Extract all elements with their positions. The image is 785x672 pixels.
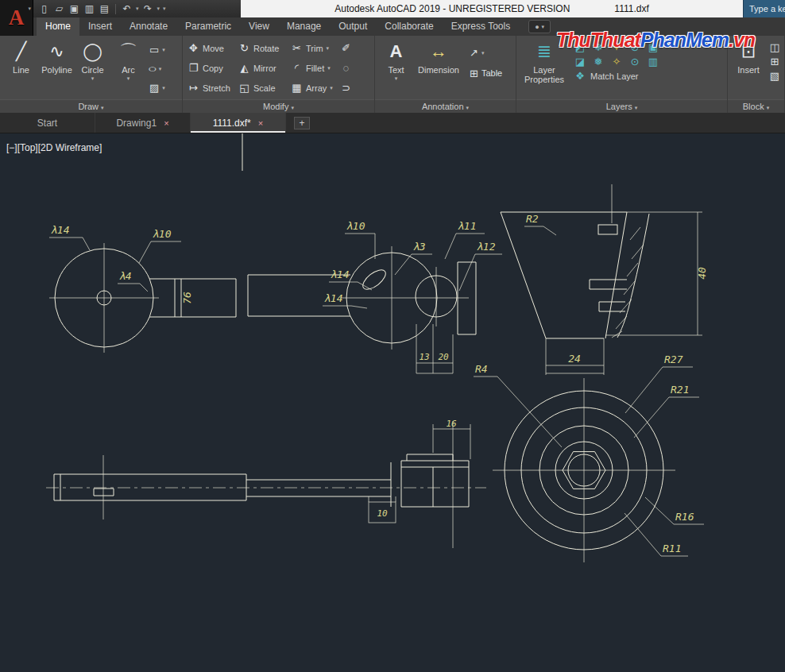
app-menu-button[interactable]: A ▾: [0, 0, 33, 36]
featured-apps-button[interactable]: ● ▾: [528, 20, 551, 33]
layer-unlock-icon[interactable]: ❅: [592, 56, 605, 68]
dim-label: λ10: [346, 220, 365, 232]
mirror-button[interactable]: ◭ Mirror: [235, 59, 288, 77]
file-tab-drawing1[interactable]: Drawing1 ×: [95, 113, 191, 133]
new-tab-button[interactable]: +: [294, 117, 310, 129]
edit-block-icon[interactable]: ⊞: [768, 56, 781, 68]
block-panel-label[interactable]: Block ▾: [728, 99, 784, 113]
file-tab-1111dxf[interactable]: 1111.dxf* ×: [191, 113, 286, 133]
move-button[interactable]: ✥ Move: [184, 39, 235, 57]
draw-mini-tools: ▭ ▾ ○ ▾ ▨ ▾: [146, 37, 165, 98]
offset-button[interactable]: ⊃: [337, 79, 358, 97]
array-caret-icon: ▾: [330, 85, 333, 91]
move-icon: ✥: [188, 42, 199, 54]
scale-button[interactable]: ◱ Scale: [235, 79, 288, 97]
match-layer-button[interactable]: ❖ Match Layer: [574, 70, 659, 82]
tab-annotate[interactable]: Annotate: [121, 17, 176, 36]
array-button[interactable]: ▦ Array ▾: [288, 79, 337, 97]
arc-caret-icon: ▾: [127, 75, 130, 82]
arc-button[interactable]: ⌒ Arc ▾: [110, 37, 146, 98]
line-button[interactable]: ╱ Line: [3, 37, 39, 98]
layer-merge-icon[interactable]: ✧: [610, 56, 623, 68]
layer-lock-icon[interactable]: ◪: [574, 56, 586, 68]
dim-label: λ10: [153, 228, 172, 240]
hatch-button[interactable]: ▨ ▾: [149, 79, 165, 96]
modify-panel-label[interactable]: Modify ▾: [183, 99, 374, 113]
dim-label: 24: [568, 353, 581, 365]
tab-manage[interactable]: Manage: [278, 17, 330, 36]
create-block-icon[interactable]: ◫: [768, 41, 781, 53]
tab-output[interactable]: Output: [330, 17, 376, 36]
fillet-button[interactable]: ◜ Fillet ▾: [288, 59, 337, 77]
new-file-button[interactable]: ▯: [37, 1, 52, 17]
dimension-icon: ↔: [430, 40, 447, 64]
explode-icon: ◌: [340, 62, 352, 74]
annotation-panel-label-text: Annotation: [422, 102, 464, 111]
layer-walk-icon[interactable]: ⊙: [628, 56, 641, 68]
redo-caret-icon[interactable]: ▾: [156, 6, 162, 12]
model-space[interactable]: [−][Top][2D Wireframe]: [0, 133, 785, 672]
tab-collaborate[interactable]: Collaborate: [376, 17, 442, 36]
line-icon: ╱: [16, 40, 26, 64]
close-tab-icon[interactable]: ×: [258, 118, 263, 128]
ellipse-button[interactable]: ○ ▾: [149, 60, 165, 77]
rotate-button[interactable]: ↻ Rotate: [235, 39, 288, 57]
part-eye-rod-middle: λ10 λ3 λ11 λ12 λ14 λ14 13 20: [248, 220, 502, 373]
close-tab-icon[interactable]: ×: [164, 118, 168, 128]
text-icon: A: [390, 40, 403, 64]
save-button[interactable]: ▣: [67, 1, 82, 17]
circle-label: Circle: [81, 65, 103, 75]
polyline-button[interactable]: ∿ Polyline: [39, 37, 75, 98]
tab-parametric[interactable]: Parametric: [176, 17, 240, 36]
block-mini-tools: ◫ ⊞ ▧: [766, 37, 781, 98]
customize-toolbar-caret-icon[interactable]: ▾: [161, 6, 168, 12]
dim-label: λ12: [477, 241, 496, 253]
annotation-panel: A Text ▾ ↔ Dimension ↗ ▾ ⊞ Table: [375, 36, 516, 113]
annotation-panel-label[interactable]: Annotation ▾: [375, 99, 516, 113]
modify-panel-label-text: Modify: [263, 102, 288, 111]
tab-express-tools[interactable]: Express Tools: [443, 17, 519, 36]
apps-dot-icon: ●: [535, 23, 539, 31]
stretch-button[interactable]: ↦ Stretch: [184, 79, 235, 97]
hatch-icon: ▨: [149, 82, 159, 94]
save-as-button[interactable]: ▥: [82, 1, 97, 17]
leader-icon: ↗: [470, 47, 478, 59]
redo-button[interactable]: ↷: [141, 1, 156, 17]
undo-button[interactable]: ↶: [119, 1, 134, 17]
block-attributes-icon[interactable]: ▧: [768, 70, 781, 82]
table-button[interactable]: ⊞ Table: [470, 64, 502, 82]
search-input[interactable]: Type a ke: [743, 0, 785, 17]
tab-home[interactable]: Home: [37, 17, 79, 36]
plot-button[interactable]: ▤: [97, 1, 112, 17]
dim-label: 10: [377, 508, 388, 519]
erase-button[interactable]: ✐: [337, 39, 358, 57]
dimension-button[interactable]: ↔ Dimension: [414, 37, 463, 98]
trim-button[interactable]: ✂ Trim ▾: [288, 39, 337, 57]
open-file-button[interactable]: ▱: [52, 1, 67, 17]
dim-label: λ14: [324, 292, 342, 304]
dim-label: 16: [446, 419, 457, 429]
stretch-label: Stretch: [203, 83, 230, 93]
layer-settings-icon[interactable]: ▥: [647, 56, 659, 68]
layers-panel-label[interactable]: Layers ▾: [516, 99, 727, 113]
circle-button[interactable]: ◯ Circle ▾: [75, 37, 110, 98]
line-label: Line: [13, 65, 29, 75]
rectangle-button[interactable]: ▭ ▾: [149, 41, 165, 58]
dim-label: R27: [664, 353, 683, 365]
drawing-canvas[interactable]: λ14 λ10 λ4 76: [0, 133, 785, 672]
undo-caret-icon[interactable]: ▾: [134, 6, 141, 12]
tab-view[interactable]: View: [240, 17, 278, 36]
viewport-controls[interactable]: [−][Top][2D Wireframe]: [6, 142, 102, 153]
leader-button[interactable]: ↗ ▾: [470, 44, 502, 61]
file-tab-start[interactable]: Start: [0, 113, 95, 133]
copy-button[interactable]: ❐ Copy: [184, 59, 235, 77]
match-layer-label: Match Layer: [590, 71, 639, 81]
explode-button[interactable]: ◌: [337, 59, 358, 77]
tab-insert[interactable]: Insert: [79, 17, 121, 36]
table-label: Table: [481, 68, 502, 78]
draw-panel-label[interactable]: Draw ▾: [0, 99, 182, 113]
rotate-label: Rotate: [253, 44, 279, 53]
autocad-logo-icon: A: [9, 7, 25, 29]
text-button[interactable]: A Text ▾: [378, 37, 414, 98]
layer-properties-label: Layer Properties: [521, 65, 567, 84]
